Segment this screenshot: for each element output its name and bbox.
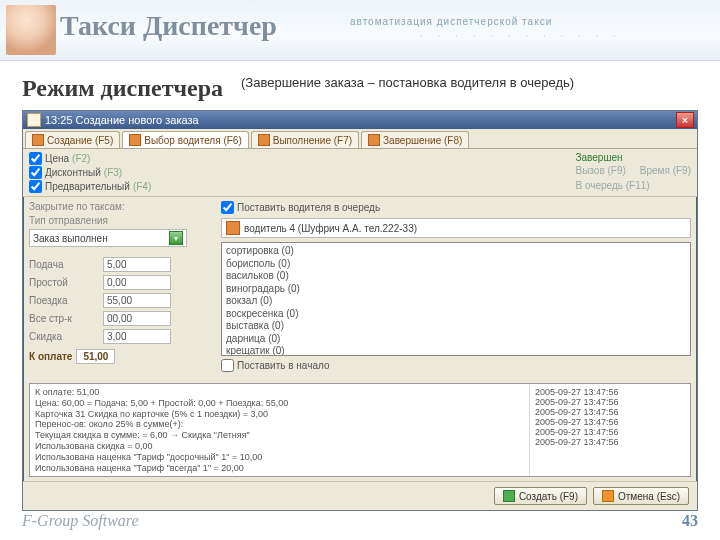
tab-execute[interactable]: Выполнение (F7) xyxy=(251,131,359,148)
titlebar[interactable]: 13:25 Создание нового заказа × xyxy=(23,111,697,129)
close-icon[interactable]: × xyxy=(676,112,694,128)
lbl-all: Все стр-к xyxy=(29,313,99,324)
chk-queue[interactable]: Поставить водителя в очередь xyxy=(221,201,691,214)
tab-icon xyxy=(32,134,44,146)
val-disc[interactable]: 3,00 xyxy=(103,329,171,344)
cancel-button[interactable]: Отмена (Esc) xyxy=(593,487,689,505)
zone-list[interactable]: сортировка (0)борисполь (0)васильков (0)… xyxy=(221,242,691,356)
left-panel: Закрытие по таксам: Тип отправления Зака… xyxy=(23,197,215,379)
tab-strip: Создание (F5) Выбор водителя (F6) Выполн… xyxy=(23,129,697,149)
lbl-trip: Поездка xyxy=(29,295,99,306)
brand-title: Такси Диспетчер xyxy=(60,10,277,42)
val-pickup[interactable]: 5,00 xyxy=(103,257,171,272)
combo-type[interactable]: Заказ выполнен▾ xyxy=(29,229,187,247)
tab-icon xyxy=(258,134,270,146)
brand-sub: автоматизация диспетчерской такси xyxy=(350,16,552,27)
create-button[interactable]: Создать (F9) xyxy=(494,487,587,505)
tab-icon xyxy=(129,134,141,146)
tab-complete[interactable]: Завершение (F8) xyxy=(361,131,469,148)
lbl-disc: Скидка xyxy=(29,331,99,342)
right-panel: Поставить водителя в очередь водитель 4 … xyxy=(215,197,697,379)
check-row: Цена (F2) Дисконтный (F3) Предварительны… xyxy=(23,149,697,197)
chk-price[interactable]: Цена (F2) xyxy=(29,152,151,165)
footer-company: F-Group Software xyxy=(22,512,139,530)
window-title: 13:25 Создание нового заказа xyxy=(45,114,676,126)
driver-field[interactable]: водитель 4 (Шуфрич А.А. тел.222-33) xyxy=(221,218,691,238)
window-icon xyxy=(27,113,41,127)
chk-top[interactable]: Поставить в начало xyxy=(221,359,691,372)
decor-dots: · · · · · · · · · · · · xyxy=(420,30,622,41)
tab-icon xyxy=(368,134,380,146)
page-number: 43 xyxy=(682,512,698,530)
total-row: К оплате51,00 xyxy=(29,347,209,362)
val-wait[interactable]: 0,00 xyxy=(103,275,171,290)
info-block: К оплате: 51,00Цена: 60,00 = Подача: 5,0… xyxy=(29,383,691,477)
dialog-window: 13:25 Создание нового заказа × Создание … xyxy=(22,110,698,511)
section-desc: (Завершение заказа – постановка водителя… xyxy=(223,75,698,102)
label-type: Тип отправления xyxy=(29,215,209,226)
chevron-down-icon[interactable]: ▾ xyxy=(169,231,183,245)
tab-select-driver[interactable]: Выбор водителя (F6) xyxy=(122,131,249,148)
driver-icon xyxy=(226,221,240,235)
status-block: Завершен Вызов (F9)Время (F9) В очередь … xyxy=(575,152,691,193)
chk-discount[interactable]: Дисконтный (F3) xyxy=(29,166,151,179)
lbl-wait: Простой xyxy=(29,277,99,288)
label-close: Закрытие по таксам: xyxy=(29,201,209,212)
action-bar: Создать (F9) Отмена (Esc) xyxy=(23,481,697,510)
chk-pre[interactable]: Предварительный (F4) xyxy=(29,180,151,193)
tab-create[interactable]: Создание (F5) xyxy=(25,131,120,148)
section-title: Режим диспетчера xyxy=(22,75,223,102)
footer: F-Group Software 43 xyxy=(22,512,698,530)
cancel-icon xyxy=(602,490,614,502)
val-all[interactable]: 00,00 xyxy=(103,311,171,326)
lbl-pickup: Подача xyxy=(29,259,99,270)
check-icon xyxy=(503,490,515,502)
total-amount: 51,00 xyxy=(76,349,115,364)
val-trip[interactable]: 55,00 xyxy=(103,293,171,308)
dispatcher-photo xyxy=(6,5,56,55)
banner: Такси Диспетчер автоматизация диспетчерс… xyxy=(0,0,720,61)
